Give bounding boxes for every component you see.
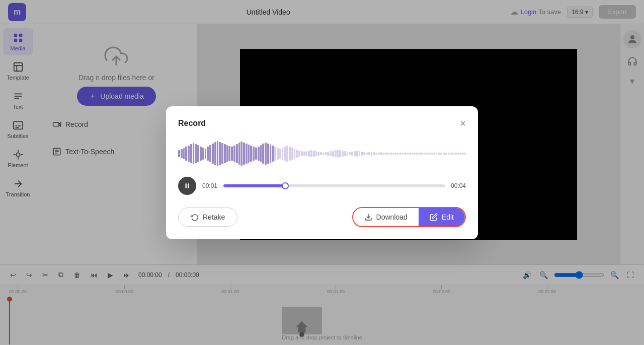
progress-fill — [223, 184, 285, 187]
edit-icon — [430, 213, 438, 221]
svg-rect-23 — [186, 183, 187, 188]
svg-rect-24 — [188, 183, 189, 188]
download-icon — [364, 213, 372, 221]
time-end: 00:04 — [451, 182, 466, 189]
modal-close-button[interactable]: × — [460, 118, 466, 128]
play-pause-button[interactable] — [178, 177, 196, 195]
record-modal: Record × 00:01 00:04 Retake — [166, 106, 478, 239]
modal-actions: Retake Download Edit — [178, 207, 466, 227]
modal-overlay[interactable]: Record × 00:01 00:04 Retake — [0, 0, 644, 345]
retake-icon — [191, 213, 199, 221]
pause-icon — [184, 182, 191, 189]
progress-thumb[interactable] — [282, 182, 289, 189]
edit-button[interactable]: Edit — [419, 208, 465, 226]
action-buttons: Download Edit — [352, 207, 466, 227]
modal-header: Record × — [178, 118, 466, 128]
progress-container: 00:01 00:04 — [178, 177, 466, 195]
time-start: 00:01 — [202, 182, 217, 189]
waveform — [178, 139, 466, 169]
download-button[interactable]: Download — [353, 208, 419, 226]
modal-title: Record — [178, 119, 206, 128]
retake-button[interactable]: Retake — [178, 208, 237, 227]
progress-bar[interactable] — [223, 184, 445, 187]
